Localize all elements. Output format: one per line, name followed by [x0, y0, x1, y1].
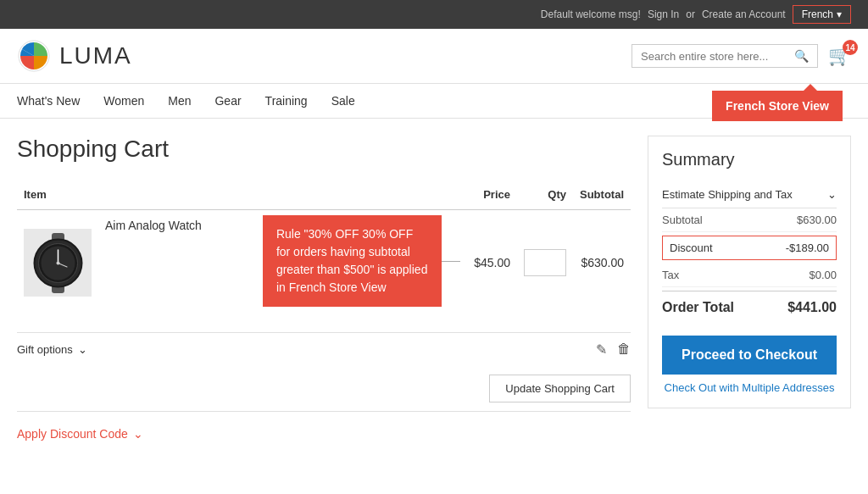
nav-gear[interactable]: Gear [214, 94, 241, 108]
shipping-label: Estimate Shipping and Tax [662, 188, 793, 201]
nav-whats-new[interactable]: What's New [17, 94, 80, 108]
callout-box: Rule "30% OFF 30% OFF for orders having … [263, 215, 442, 307]
watch-svg [26, 231, 90, 295]
apply-discount-label: Apply Discount Code [17, 427, 128, 441]
header: LUMA 🔍 🛒 14 French Store View [0, 29, 868, 84]
chevron-down-icon: ⌄ [78, 343, 87, 356]
table-row: Aim Analog Watch Rule "30% OFF 30% OFF f… [17, 210, 631, 316]
summary-title: Summary [662, 150, 837, 169]
subtotal-label: Subtotal [662, 214, 703, 226]
action-icons: ✎ 🗑 [596, 341, 631, 358]
top-bar: Default welcome msg! Sign In or Create a… [0, 0, 868, 29]
summary-sidebar: Summary Estimate Shipping and Tax ⌄ Subt… [648, 136, 851, 408]
col-price: Price [467, 180, 517, 210]
order-total-row: Order Total $441.00 [662, 291, 837, 324]
update-cart-button[interactable]: Update Shopping Cart [489, 375, 631, 402]
or-text: or [686, 8, 695, 20]
search-icon[interactable]: 🔍 [794, 49, 809, 63]
product-image-cell [17, 210, 98, 316]
cart-content: Shopping Cart Item Price Qty Subtotal [17, 136, 631, 447]
tax-value: $0.00 [809, 269, 837, 281]
luma-logo-icon [17, 39, 51, 73]
tax-label: Tax [662, 269, 679, 281]
product-subtotal: $630.00 [573, 210, 631, 316]
multi-address-link[interactable]: Check Out with Multiple Addresses [662, 381, 837, 394]
search-box[interactable]: 🔍 [632, 44, 818, 68]
col-subtotal: Subtotal [573, 180, 631, 210]
total-label: Order Total [662, 300, 734, 315]
discount-row: Discount -$189.00 [662, 236, 837, 260]
page-title: Shopping Cart [17, 136, 631, 163]
product-price: $45.00 [467, 210, 517, 316]
cart-table: Item Price Qty Subtotal [17, 180, 631, 315]
shipping-estimate-row[interactable]: Estimate Shipping and Tax ⌄ [662, 181, 837, 208]
delete-icon[interactable]: 🗑 [617, 341, 631, 358]
cart-icon[interactable]: 🛒 14 [828, 45, 851, 67]
main-content: Shopping Cart Item Price Qty Subtotal [0, 119, 868, 464]
svg-point-8 [56, 261, 59, 264]
search-input[interactable] [641, 50, 794, 63]
discount-label: Discount [670, 241, 713, 254]
nav-men[interactable]: Men [168, 94, 191, 108]
language-switcher[interactable]: French ▾ [793, 5, 851, 24]
nav-training[interactable]: Training [265, 94, 308, 108]
logo[interactable]: LUMA [17, 39, 132, 73]
update-row: Update Shopping Cart [17, 366, 631, 412]
proceed-to-checkout-button[interactable]: Proceed to Checkout [662, 336, 837, 375]
logo-text: LUMA [59, 42, 132, 69]
subtotal-row: Subtotal $630.00 [662, 208, 837, 232]
gift-options[interactable]: Gift options ⌄ [17, 343, 87, 356]
col-item: Item [17, 180, 467, 210]
product-image [24, 229, 92, 297]
discount-value: -$189.00 [786, 241, 829, 254]
chevron-down-icon: ⌄ [827, 188, 837, 201]
product-name-cell: Aim Analog Watch Rule "30% OFF 30% OFF f… [98, 210, 467, 316]
chevron-down-icon: ⌄ [133, 427, 143, 441]
product-qty-cell: 14 [517, 210, 573, 316]
col-qty: Qty [517, 180, 573, 210]
header-right: 🔍 🛒 14 French Store View [632, 44, 851, 68]
nav-women[interactable]: Women [103, 94, 144, 108]
cart-badge: 14 [843, 40, 858, 55]
subtotal-value: $630.00 [797, 214, 837, 226]
product-name: Aim Analog Watch [105, 219, 202, 232]
cart-actions: Gift options ⌄ ✎ 🗑 [17, 332, 631, 366]
total-value: $441.00 [787, 300, 837, 315]
french-store-tooltip: French Store View [712, 91, 843, 121]
tax-row: Tax $0.00 [662, 264, 837, 287]
qty-input[interactable]: 14 [524, 249, 566, 276]
welcome-msg: Default welcome msg! [541, 8, 641, 20]
create-account-link[interactable]: Create an Account [702, 8, 786, 20]
discount-section[interactable]: Apply Discount Code ⌄ [17, 420, 631, 447]
sign-in-link[interactable]: Sign In [648, 8, 679, 20]
edit-icon[interactable]: ✎ [596, 341, 607, 358]
nav-sale[interactable]: Sale [331, 94, 355, 108]
